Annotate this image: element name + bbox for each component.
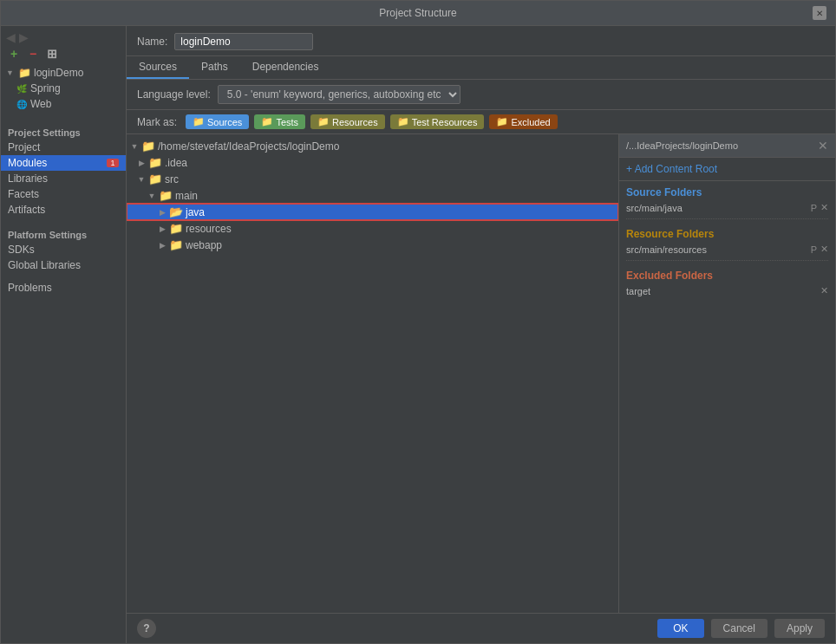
resource-folders-divider — [626, 260, 828, 261]
resource-folder-path: src/main/resources — [626, 244, 811, 255]
excluded-folders-title: Excluded Folders — [619, 264, 835, 283]
right-panel-path: /...IdeaProjects/loginDemo — [626, 140, 738, 151]
language-level-label: Language level: — [137, 88, 211, 101]
sidebar-item-sdks[interactable]: SDKs — [1, 242, 126, 257]
sidebar-item-project[interactable]: Project — [1, 140, 126, 155]
root-folder-icon: 📁 — [141, 140, 155, 153]
back-arrow[interactable]: ◀ — [6, 30, 16, 44]
resource-folders-title: Resource Folders — [619, 223, 835, 242]
source-folders-divider — [626, 218, 828, 219]
dialog-buttons: OK Cancel Apply — [657, 619, 825, 638]
mark-tests-button[interactable]: 📁 Tests — [254, 114, 305, 129]
problems-section: Problems — [1, 280, 126, 296]
source-folders-title: Source Folders — [619, 181, 835, 200]
sidebar-item-modules[interactable]: Modules 1 — [1, 155, 126, 171]
ftree-idea[interactable]: ▶ 📁 .idea — [127, 154, 618, 171]
resource-folder-remove-button[interactable]: ✕ — [820, 244, 828, 255]
ftree-webapp-label: webapp — [186, 239, 222, 251]
sources-panel: ▼ 📁 /home/stevefat/IdeaProjects/loginDem… — [127, 134, 835, 613]
project-settings-section: Project Settings Project Modules 1 Libra… — [1, 122, 126, 218]
excluded-folders-item: target ✕ — [619, 283, 835, 298]
sidebar-item-global-libraries[interactable]: Global Libraries — [1, 257, 126, 273]
main-content: ◀ ▶ + − ⊞ ▼ 📁 loginDemo 🌿 Spring 🌐 Web — [1, 26, 835, 643]
excluded-folder-path: target — [626, 286, 820, 296]
ftree-main-label: main — [175, 190, 198, 202]
resources-folder-icon: 📁 — [317, 116, 330, 127]
right-panel-close-button[interactable]: ✕ — [818, 139, 828, 153]
mark-sources-button[interactable]: 📁 Sources — [186, 114, 249, 129]
test-resources-btn-label: Test Resources — [412, 117, 478, 127]
cancel-button[interactable]: Cancel — [711, 619, 767, 638]
ftree-root-path: /home/stevefat/IdeaProjects/loginDemo — [158, 140, 339, 153]
content-area: Name: Sources Paths Dependencies Languag… — [127, 26, 835, 643]
ftree-resources-label: resources — [186, 223, 232, 235]
source-folder-remove-button[interactable]: ✕ — [820, 202, 828, 213]
language-level-select[interactable]: 5.0 - 'enum' keyword, generics, autoboxi… — [218, 85, 460, 104]
apply-button[interactable]: Apply — [774, 619, 825, 638]
resource-folder-actions: P ✕ — [811, 244, 828, 255]
source-folder-edit-button[interactable]: P — [811, 203, 817, 213]
sidebar-item-problems[interactable]: Problems — [1, 280, 126, 296]
bottom-bar: ? OK Cancel Apply — [127, 613, 835, 643]
excluded-folder-icon: 📁 — [496, 116, 508, 127]
sidebar-toolbar: + − ⊞ — [1, 44, 126, 65]
tab-sources[interactable]: Sources — [127, 56, 189, 79]
ftree-main[interactable]: ▼ 📁 main — [127, 187, 618, 204]
forward-arrow[interactable]: ▶ — [19, 30, 29, 44]
add-content-root-button[interactable]: + Add Content Root — [619, 158, 835, 181]
chevron-right-icon: ▶ — [158, 241, 167, 250]
sidebar-tree-logindemo[interactable]: ▼ 📁 loginDemo — [1, 65, 126, 81]
ftree-resources[interactable]: ▶ 📁 resources — [127, 220, 618, 237]
ftree-root[interactable]: ▼ 📁 /home/stevefat/IdeaProjects/loginDem… — [127, 138, 618, 154]
project-settings-label: Project Settings — [1, 122, 126, 140]
ftree-src[interactable]: ▼ 📁 src — [127, 171, 618, 187]
platform-settings-label: Platform Settings — [1, 224, 126, 242]
ftree-java[interactable]: ▶ 📂 java — [127, 204, 618, 220]
ftree-src-label: src — [165, 173, 179, 185]
ftree-java-label: java — [186, 206, 205, 218]
chevron-down-icon: ▼ — [147, 192, 156, 200]
sources-btn-label: Sources — [207, 117, 242, 127]
title-bar: Project Structure ✕ — [1, 1, 835, 26]
tab-dependencies[interactable]: Dependencies — [240, 56, 331, 79]
ftree-idea-label: .idea — [165, 157, 187, 169]
mark-excluded-button[interactable]: 📁 Excluded — [489, 114, 557, 129]
language-bar: Language level: 5.0 - 'enum' keyword, ge… — [127, 80, 835, 110]
resources-btn-label: Resources — [332, 117, 378, 127]
right-panel-header: /...IdeaProjects/loginDemo ✕ — [619, 134, 835, 158]
tab-paths[interactable]: Paths — [189, 56, 240, 79]
mark-as-label: Mark as: — [137, 116, 177, 128]
remove-module-button[interactable]: − — [25, 46, 41, 62]
ok-button[interactable]: OK — [657, 619, 703, 638]
mark-resources-button[interactable]: 📁 Resources — [310, 114, 385, 129]
sidebar-item-libraries[interactable]: Libraries — [1, 171, 126, 186]
excluded-folder-remove-button[interactable]: ✕ — [820, 285, 828, 296]
sidebar-module-name: loginDemo — [34, 67, 83, 79]
sidebar-web-label: Web — [30, 98, 51, 110]
ftree-webapp[interactable]: ▶ 📁 webapp — [127, 237, 618, 253]
sidebar-tree-web[interactable]: 🌐 Web — [1, 96, 126, 112]
name-input[interactable] — [174, 33, 313, 50]
help-button[interactable]: ? — [137, 619, 156, 638]
mark-test-resources-button[interactable]: 📁 Test Resources — [390, 114, 485, 129]
chevron-down-icon: ▼ — [6, 68, 15, 77]
sidebar-item-artifacts[interactable]: Artifacts — [1, 202, 126, 218]
mark-as-bar: Mark as: 📁 Sources 📁 Tests 📁 Resources 📁… — [127, 110, 835, 134]
tests-btn-label: Tests — [276, 117, 298, 127]
file-tree[interactable]: ▼ 📁 /home/stevefat/IdeaProjects/loginDem… — [127, 134, 618, 613]
resource-folder-edit-button[interactable]: P — [811, 244, 817, 255]
excluded-btn-label: Excluded — [511, 117, 550, 127]
platform-settings-section: Platform Settings SDKs Global Libraries — [1, 224, 126, 273]
nav-arrows: ◀ ▶ — [1, 30, 126, 44]
web-icon: 🌐 — [16, 100, 27, 109]
sidebar-item-facets[interactable]: Facets — [1, 186, 126, 202]
add-module-button[interactable]: + — [6, 46, 22, 62]
sidebar-tree-spring[interactable]: 🌿 Spring — [1, 81, 126, 96]
src-folder-icon: 📁 — [148, 172, 162, 185]
copy-module-button[interactable]: ⊞ — [44, 46, 60, 62]
right-panel: /...IdeaProjects/loginDemo ✕ + Add Conte… — [618, 134, 835, 613]
dialog-title: Project Structure — [23, 7, 813, 19]
name-bar: Name: — [127, 26, 835, 56]
modules-badge: 1 — [107, 159, 119, 167]
close-button[interactable]: ✕ — [813, 6, 826, 20]
